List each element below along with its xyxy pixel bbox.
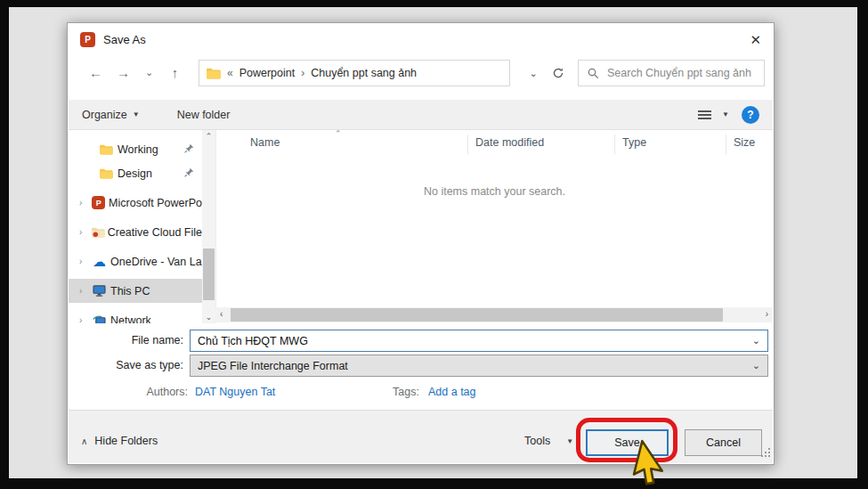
- chevron-down-icon[interactable]: ⌄: [752, 360, 760, 371]
- scroll-up-icon[interactable]: ⌃: [202, 132, 215, 141]
- empty-folder-message: No items match your search.: [216, 185, 773, 198]
- search-input[interactable]: Search Chuyển ppt sang ảnh: [578, 60, 765, 86]
- view-mode-button[interactable]: ▼: [698, 109, 729, 121]
- resize-grip[interactable]: [761, 444, 770, 460]
- breadcrumb-separator-icon: ›: [301, 67, 304, 79]
- horizontal-scrollbar-thumb[interactable]: [231, 308, 723, 322]
- command-bar: Organize ▼ New folder ▼ ?: [69, 100, 773, 130]
- tools-button[interactable]: Tools ▼: [524, 435, 573, 447]
- authors-value[interactable]: DAT Nguyen Tat: [195, 386, 275, 398]
- save-as-type-select[interactable]: JPEG File Interchange Format ⌄: [190, 355, 768, 377]
- cancel-button[interactable]: Cancel: [685, 429, 762, 456]
- sidebar-item-working[interactable]: Working: [69, 137, 202, 161]
- sidebar-item-this-pc[interactable]: › This PC: [69, 279, 202, 303]
- search-icon: [588, 68, 599, 79]
- forward-icon[interactable]: →: [110, 65, 137, 80]
- new-folder-button[interactable]: New folder: [177, 109, 231, 121]
- chevron-down-icon[interactable]: ⌄: [752, 335, 760, 346]
- this-pc-icon: [93, 285, 110, 297]
- file-list-pane: ⌃ Name Date modified Type Size No items …: [215, 130, 773, 323]
- dialog-title: Save As: [103, 33, 146, 46]
- folder-icon: [100, 168, 118, 179]
- sidebar-item-label: Microsoft PowerPo: [109, 197, 202, 209]
- title-bar: P Save As ✕: [68, 23, 774, 55]
- sidebar-item-onedrive[interactable]: › ☁ OneDrive - Van La: [69, 249, 202, 273]
- folder-icon: [100, 144, 118, 155]
- sidebar-item-label: Design: [118, 167, 152, 180]
- folder-icon: [207, 68, 221, 79]
- tools-caret-icon: ▼: [566, 437, 573, 445]
- search-placeholder: Search Chuyển ppt sang ảnh: [607, 67, 751, 79]
- file-name-label: File name:: [103, 334, 183, 346]
- list-view-icon: [698, 109, 711, 121]
- network-icon: [93, 314, 110, 323]
- creative-cloud-icon: [92, 227, 108, 238]
- sidebar-item-creative-cloud[interactable]: › Creative Cloud File: [69, 220, 202, 244]
- address-bar[interactable]: « Powerpoint › Chuyển ppt sang ảnh: [199, 60, 510, 86]
- breadcrumb-item[interactable]: Chuyển ppt sang ảnh: [311, 67, 417, 79]
- back-icon[interactable]: ←: [82, 65, 110, 80]
- authors-label: Authors:: [142, 386, 188, 398]
- screenshot-frame: P Save As ✕ ← → ⌄ ↑ « Powerpoint › Chuyể…: [0, 0, 868, 489]
- view-caret-icon: ▼: [722, 110, 729, 118]
- expand-chevron-icon[interactable]: ›: [79, 198, 92, 208]
- hide-folders-button[interactable]: ∧ Hide Folders: [81, 435, 158, 447]
- breadcrumb-item[interactable]: Powerpoint: [239, 67, 296, 79]
- help-icon[interactable]: ?: [742, 106, 759, 124]
- sidebar-item-label: Working: [118, 143, 158, 156]
- powerpoint-icon: P: [92, 196, 109, 209]
- column-headers: ⌃ Name Date modified Type Size: [216, 133, 773, 154]
- organize-caret-icon: ▼: [133, 110, 140, 118]
- sidebar-item-microsoft-powerpoint[interactable]: › P Microsoft PowerPo: [69, 191, 202, 215]
- explorer-body: Working Design ›: [69, 130, 773, 323]
- save-as-type-label: Save as type:: [91, 359, 183, 371]
- navigation-pane: Working Design ›: [69, 130, 202, 323]
- close-icon[interactable]: ✕: [750, 33, 761, 46]
- scroll-left-icon[interactable]: ‹: [220, 309, 223, 319]
- nav-buttons: ← → ⌄ ↑: [82, 59, 189, 86]
- mouse-cursor-icon: [625, 442, 677, 489]
- sidebar-scrollbar-thumb[interactable]: [203, 249, 215, 300]
- sidebar-item-design[interactable]: Design: [69, 161, 202, 185]
- address-dropdown-chevron-icon[interactable]: ⌄: [522, 60, 545, 86]
- sidebar-item-label: This PC: [110, 285, 150, 297]
- expand-chevron-icon[interactable]: ›: [79, 286, 93, 296]
- column-header-size[interactable]: Size: [734, 136, 755, 149]
- sidebar-item-label: OneDrive - Van La: [110, 256, 202, 268]
- organize-button[interactable]: Organize ▼: [82, 109, 140, 121]
- expand-chevron-icon[interactable]: ›: [79, 257, 93, 266]
- tags-label: Tags:: [362, 386, 419, 398]
- sidebar-item-network[interactable]: › Network: [69, 308, 202, 323]
- onedrive-cloud-icon: ☁: [93, 255, 110, 268]
- column-header-name[interactable]: Name: [250, 136, 280, 149]
- up-icon[interactable]: ↑: [161, 65, 189, 80]
- sort-caret-icon: ⌃: [335, 130, 342, 138]
- save-as-type-value: JPEG File Interchange Format: [198, 360, 348, 372]
- recent-locations-chevron-icon[interactable]: ⌄: [137, 67, 161, 78]
- breadcrumb-overflow-icon[interactable]: «: [227, 67, 233, 79]
- column-header-type[interactable]: Type: [622, 136, 646, 149]
- sidebar-item-label: Network: [110, 314, 151, 324]
- scroll-right-icon[interactable]: ›: [766, 309, 768, 319]
- sidebar-scrollbar[interactable]: ⌃ ⌄: [202, 130, 215, 323]
- scroll-down-icon[interactable]: ⌄: [202, 313, 215, 322]
- horizontal-scrollbar[interactable]: ‹ ›: [215, 307, 773, 322]
- powerpoint-app-icon: P: [80, 32, 95, 47]
- save-as-dialog: P Save As ✕ ← → ⌄ ↑ « Powerpoint › Chuyể…: [67, 22, 775, 465]
- add-tag-link[interactable]: Add a tag: [428, 386, 476, 398]
- file-name-input[interactable]: Chủ Tịch HĐQT MWG ⌄: [190, 330, 768, 352]
- collapse-caret-icon: ∧: [81, 436, 87, 446]
- file-name-value: Chủ Tịch HĐQT MWG: [198, 335, 308, 347]
- pin-icon: [184, 143, 194, 156]
- pin-icon: [184, 167, 194, 180]
- expand-chevron-icon[interactable]: ›: [79, 227, 92, 237]
- column-header-date-modified[interactable]: Date modified: [475, 136, 544, 149]
- sidebar-item-label: Creative Cloud File: [108, 226, 202, 239]
- refresh-icon[interactable]: [547, 60, 570, 86]
- expand-chevron-icon[interactable]: ›: [79, 315, 93, 323]
